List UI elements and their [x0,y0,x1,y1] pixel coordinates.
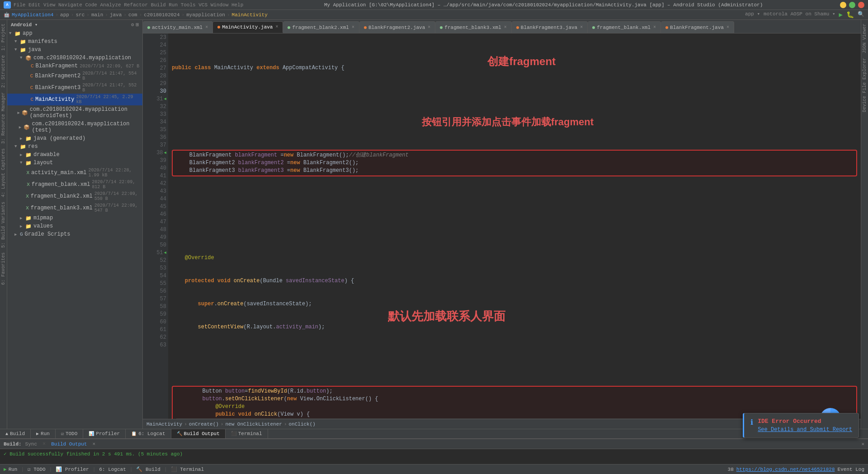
tree-pkg-test[interactable]: ▶ 📦 com.c20180102024.myapplication (test… [7,120,142,134]
logcat-status[interactable]: 6: Logcat [99,467,126,472]
close-icon[interactable]: × [504,25,507,30]
tree-blankfragment[interactable]: C BlankFragment 2020/7/14 22:09, 627 B [7,62,142,70]
close-button[interactable] [858,2,864,8]
sync-btn[interactable]: Sync [25,441,37,447]
close-icon[interactable]: × [653,25,656,30]
code-view[interactable]: 23 24 25 26 27 28 29 30 31 ◀ 32 33 34 35… [143,33,861,419]
todo-status[interactable]: ☑ TODO [28,466,46,472]
run-config[interactable]: motorola AOSP on Shamu ▾ [764,11,835,19]
structure-tool[interactable]: 2: Structure [0,53,6,90]
tab-activity-main-xml[interactable]: activity_main.xml × [143,21,213,33]
terminal-status[interactable]: ⬛ Terminal [171,466,204,472]
logcat-tab[interactable]: 📋 6: Logcat [126,429,171,438]
tree-java[interactable]: ▼ 📁 java [7,46,142,54]
profiler-tab[interactable]: 📊 Profiler [83,429,126,438]
tab-fragment-blank2-xml[interactable]: fragment_blank2.xml × [283,21,359,33]
content-area: 1: Project 2: Structure 3: Resource Mana… [0,20,868,429]
tree-fragment-blank3-xml[interactable]: X fragment_blank3.xml 2020/7/14 22:09, 5… [7,202,142,214]
status-url[interactable]: https://blog.csdn.net/net46521828 [736,467,835,472]
close-panel-button[interactable]: ✕ [861,441,864,447]
debug-button[interactable]: 🐛 [846,11,854,19]
search-button[interactable]: 🔍 [858,11,864,19]
tree-res[interactable]: ▼ 📁 res [7,142,142,151]
bc-src[interactable]: src [75,12,85,18]
bc-mainactivity[interactable]: MainActivity [232,12,268,18]
build-variants-tool[interactable]: 5: Build Variants [0,200,6,250]
line-num-45: 45 [143,203,168,210]
favorites-tool[interactable]: 6: Favorites [0,251,6,287]
terminal-tab[interactable]: ⬛ Terminal [226,429,268,438]
tab-blankfragment-java[interactable]: BlankFragment.java × [661,21,734,33]
run-status[interactable]: ▶ Run [4,466,17,472]
ide-error-notification[interactable]: ℹ IDE Error Occurred See Details and Sub… [743,413,859,438]
line-num-27: 27 [143,64,168,72]
tree-java-generated[interactable]: ▶ 📁 java (generated) [7,134,142,142]
nav-bc-onclick[interactable]: onClick() [288,422,315,427]
build-status-item[interactable]: 🔨 Build [136,466,160,472]
close-icon[interactable]: × [275,24,278,29]
tree-mipmap[interactable]: ▶ 📁 mipmap [7,214,142,222]
device-selector[interactable]: app ▾ [745,11,760,19]
event-log[interactable]: Event Log [838,467,864,472]
close-icon[interactable]: × [352,25,354,30]
tree-values[interactable]: ▶ 📁 values [7,222,142,230]
code-line-33: setContentView(R.layout.activity_main); [172,323,857,331]
tree-fragment-blank-xml[interactable]: X fragment_blank.xml 2020/7/14 22:09, 81… [7,179,142,190]
tree-drawable[interactable]: ▶ 📁 drawable [7,151,142,159]
tab-label: MainActivity.java [222,24,273,30]
bc-pkg[interactable]: c20180102024 [144,12,179,18]
sidebar-settings[interactable]: ⚙ [131,22,134,28]
ide-error-link[interactable]: See Details and Submit Report [758,427,852,433]
maximize-button[interactable] [849,2,855,8]
close-icon[interactable]: × [580,25,583,30]
android-dropdown[interactable]: Android ▾ [11,22,38,28]
bc-com[interactable]: com [128,12,137,18]
sidebar-expand[interactable]: ⊞ [136,22,139,28]
tab-blankfragment3-java[interactable]: BlankFragment3.java × [512,21,588,33]
minimize-button[interactable] [840,2,846,8]
tree-fragment-blank2-xml[interactable]: X fragment_blank2.xml 2020/7/14 22:09, 5… [7,190,142,202]
device-file-explorer-tool[interactable]: Device File Explorer [862,56,868,114]
resource-manager-tool[interactable]: 3: Resource Manager [0,90,6,146]
tab-fragment-blank-xml[interactable]: fragment_blank.xml × [588,21,661,33]
profiler-status[interactable]: 📊 Profiler [56,466,89,472]
build-tab[interactable]: ▲ Build [0,429,31,438]
tree-layout[interactable]: ▼ 📁 layout [7,159,142,167]
code-line-35: Button button=findViewById(R.id.button); [176,388,853,395]
nav-bc-oncreate[interactable]: onCreate() [189,422,219,427]
run-tab[interactable]: ▶ Run [31,429,56,438]
tree-gradle-scripts[interactable]: ▶ G Gradle Scripts [7,230,142,238]
close-icon[interactable]: × [205,25,208,30]
nav-bc-onclicklistener[interactable]: new OnClickListener [225,422,282,427]
tab-mainactivity-java[interactable]: MainActivity.java × [213,21,283,33]
bc-java[interactable]: java [110,12,122,18]
tree-activity-main-xml[interactable]: X activity_main.xml 2020/7/14 22:28, 1.9… [7,167,142,179]
build-output-tab[interactable]: 🔨 Build Output [171,429,226,438]
build-output-btn[interactable]: Build Output [51,441,87,447]
run-button[interactable]: ▶ [839,11,843,19]
nav-bc-mainactivity[interactable]: MainActivity [146,422,182,427]
close-build-tab[interactable]: × [92,441,95,447]
bc-main[interactable]: main [91,12,103,18]
code-editor-content[interactable]: public class MainActivity extends AppCom… [168,33,861,419]
tree-label: BlankFragment [36,63,78,69]
bc-myapp[interactable]: myapplication [186,12,225,18]
tree-app[interactable]: ▼ 📁 app [7,29,142,38]
project-tool[interactable]: 1: Project [0,22,6,52]
tree-blankfragment3[interactable]: C BlankFragment3 2020/7/14 21:47, 552 B [7,82,142,94]
tab-fragment-blank3-xml[interactable]: fragment_blank3.xml × [435,21,511,33]
bc-app[interactable]: app [60,12,69,18]
close-icon[interactable]: × [726,25,729,30]
tree-pkg-androidtest[interactable]: ▶ 📦 com.c20180102024.myapplication (andr… [7,105,142,120]
tree-pkg[interactable]: ▼ 📦 com.c20180102024.myapplication [7,54,142,62]
json-viewer-tool[interactable]: JSON Viewer [862,22,868,55]
layout-captures-tool[interactable]: 4: Layout Captures [0,147,6,199]
tree-manifests[interactable]: ▼ 📁 manifests [7,38,142,46]
tree-blankfragment2[interactable]: C BlankFragment2 2020/7/14 21:47, 554 B [7,70,142,82]
tree-mainactivity[interactable]: C MainActivity 2020/7/14 22:45, 2.29 kB [7,94,142,105]
tab-blankfragment2-java[interactable]: BlankFragment2.java × [359,21,435,33]
bc-myapp4[interactable]: MyApplication4 [12,12,53,18]
close-icon[interactable]: × [428,25,430,30]
code-line-26: BlankFragment blankFragment =new BlankFr… [176,152,853,159]
todo-tab[interactable]: ☑ TODO [56,429,83,438]
